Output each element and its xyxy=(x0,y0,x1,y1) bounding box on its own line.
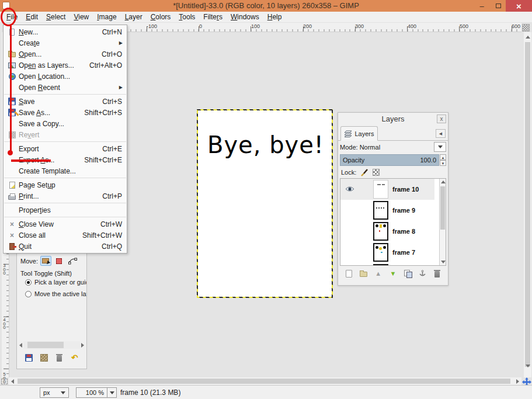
layer-thumbnail[interactable] xyxy=(373,180,388,199)
layer-name[interactable]: frame 7 xyxy=(392,249,415,256)
menu-item-save-a-copy[interactable]: Save a Copy... xyxy=(4,118,127,129)
visibility-cell[interactable] xyxy=(340,186,373,193)
radio-pick-layer[interactable]: Pick a layer or guide xyxy=(25,279,87,286)
scroll-left-button[interactable] xyxy=(9,377,16,385)
menu-item-save[interactable]: SaveCtrl+S xyxy=(4,96,127,107)
layers-dialog-close-button[interactable]: x xyxy=(437,115,446,123)
layer-row-frame-8[interactable]: frame 8 xyxy=(340,221,434,242)
menu-image[interactable]: Image xyxy=(93,12,120,23)
scroll-up-button[interactable] xyxy=(524,33,531,40)
delete-layer-button[interactable] xyxy=(432,268,443,279)
lower-layer-button[interactable]: ▼ xyxy=(388,268,398,279)
horizontal-scrollbar[interactable] xyxy=(9,377,521,385)
reset-tool-options-button[interactable]: ↶ xyxy=(69,352,80,363)
vertical-scrollbar[interactable] xyxy=(524,32,531,377)
opacity-spinner[interactable]: ▲ ▼ xyxy=(440,154,446,166)
scroll-up-icon[interactable] xyxy=(441,181,446,183)
zoom-input[interactable]: 100 % xyxy=(76,387,107,398)
scrollbar-track[interactable] xyxy=(16,377,514,385)
image-canvas[interactable]: Bye, bye! xyxy=(197,109,333,298)
menu-item-close-view[interactable]: ×Close ViewCtrl+W xyxy=(4,218,127,230)
anchor-layer-button[interactable] xyxy=(418,268,428,279)
move-path-button[interactable] xyxy=(67,256,78,266)
layers-dialog-titlebar[interactable]: Layers x xyxy=(338,113,448,126)
menu-view[interactable]: View xyxy=(69,12,93,23)
menu-item-create[interactable]: Create▶ xyxy=(4,37,127,48)
opacity-slider[interactable]: Opacity 100.0 xyxy=(340,154,439,166)
restore-tool-preset-button[interactable] xyxy=(39,352,49,363)
menu-item-new[interactable]: New...Ctrl+N xyxy=(4,26,127,37)
menu-edit[interactable]: Edit xyxy=(22,12,42,23)
unit-dropdown[interactable]: px xyxy=(40,387,69,398)
tool-options-scrollbar[interactable] xyxy=(19,341,84,349)
menu-item-open[interactable]: Open...Ctrl+O xyxy=(4,48,127,60)
layer-row-frame-10[interactable]: frame 10 xyxy=(340,179,434,200)
scroll-right-icon[interactable] xyxy=(81,343,84,348)
raise-layer-button[interactable]: ▲ xyxy=(373,268,384,279)
layer-row-partial[interactable] xyxy=(340,263,434,266)
move-selection-button[interactable] xyxy=(54,256,65,266)
radio-selected-icon[interactable] xyxy=(25,279,32,286)
menu-item-close-all[interactable]: ×Close allShift+Ctrl+W xyxy=(4,230,127,241)
lock-pixels-brush-icon[interactable] xyxy=(360,169,368,176)
layers-list-scrollbar[interactable] xyxy=(439,179,446,265)
menu-item-print[interactable]: Print...Ctrl+P xyxy=(4,190,127,202)
menu-colors[interactable]: Colors xyxy=(147,12,175,23)
layer-name[interactable]: frame 8 xyxy=(392,228,415,235)
scroll-down-button[interactable] xyxy=(524,362,531,369)
tab-menu-button[interactable]: ◀ xyxy=(436,129,446,138)
menu-item-save-as[interactable]: Save As...Shift+Ctrl+S xyxy=(4,107,127,118)
radio-icon[interactable] xyxy=(25,291,32,297)
lock-alpha-icon[interactable] xyxy=(373,169,380,176)
menu-select[interactable]: Select xyxy=(42,12,69,23)
menu-item-export[interactable]: ExportCtrl+E xyxy=(4,143,127,154)
quickmask-toggle[interactable] xyxy=(1,379,8,384)
menu-windows[interactable]: Windows xyxy=(227,12,263,23)
menu-tools[interactable]: Tools xyxy=(175,12,199,23)
tab-layers[interactable]: Layers xyxy=(340,126,378,141)
minimize-button[interactable]: – xyxy=(474,0,489,12)
scrollbar-track[interactable] xyxy=(23,341,80,349)
menu-help[interactable]: Help xyxy=(263,12,286,23)
scroll-right-button[interactable] xyxy=(514,377,521,385)
duplicate-layer-button[interactable] xyxy=(402,268,413,279)
save-tool-preset-button[interactable] xyxy=(23,352,34,363)
eye-icon[interactable] xyxy=(345,186,354,192)
zoom-follow-window-icon[interactable] xyxy=(522,24,530,32)
scrollbar-thumb[interactable] xyxy=(18,379,510,384)
spin-down-icon[interactable]: ▼ xyxy=(440,160,446,166)
menu-item-page-setup[interactable]: Page Setup xyxy=(4,179,127,190)
layer-row-frame-7[interactable]: frame 7 xyxy=(340,242,434,263)
spin-up-icon[interactable]: ▲ xyxy=(440,154,446,160)
close-button[interactable]: × xyxy=(506,0,532,12)
layer-name[interactable]: frame 10 xyxy=(392,186,419,193)
delete-tool-preset-button[interactable] xyxy=(54,352,65,363)
new-layer-button[interactable] xyxy=(343,268,354,279)
radio-move-active[interactable]: Move the active laye xyxy=(25,290,87,297)
scrollbar-thumb[interactable] xyxy=(440,186,445,230)
menu-item-create-template[interactable]: Create Template... xyxy=(4,165,127,176)
menu-item-open-as-layers[interactable]: Open as Layers...Ctrl+Alt+O xyxy=(4,60,127,71)
menu-item-properties[interactable]: Properties xyxy=(4,204,127,216)
layer-name[interactable]: frame 9 xyxy=(392,207,415,214)
scrollbar-thumb[interactable] xyxy=(27,342,64,348)
layer-mode-dropdown[interactable] xyxy=(434,142,446,152)
title-bar[interactable]: *[Untitled]-33.0 (RGB color, 10 layers) … xyxy=(0,0,532,12)
layer-thumbnail[interactable] xyxy=(373,201,388,220)
layer-thumbnail[interactable] xyxy=(373,222,388,241)
move-layer-button[interactable] xyxy=(40,256,51,266)
restore-button[interactable] xyxy=(491,0,506,12)
menu-layer[interactable]: Layer xyxy=(121,12,147,23)
menu-item-open-recent[interactable]: Open Recent▶ xyxy=(4,82,127,93)
new-layer-group-button[interactable] xyxy=(358,268,368,279)
menu-filters[interactable]: Filters xyxy=(199,12,227,23)
layer-thumbnail[interactable] xyxy=(373,264,388,266)
menu-item-open-location[interactable]: Open Location... xyxy=(4,71,127,82)
zoom-dropdown-button[interactable] xyxy=(107,387,117,398)
layer-row-frame-9[interactable]: frame 9 xyxy=(340,200,434,221)
scroll-down-icon[interactable] xyxy=(441,261,446,263)
layer-thumbnail[interactable] xyxy=(373,243,388,262)
scrollbar-thumb[interactable] xyxy=(525,42,530,367)
scroll-left-icon[interactable] xyxy=(19,343,22,348)
menu-item-quit[interactable]: QuitCtrl+Q xyxy=(4,241,127,252)
